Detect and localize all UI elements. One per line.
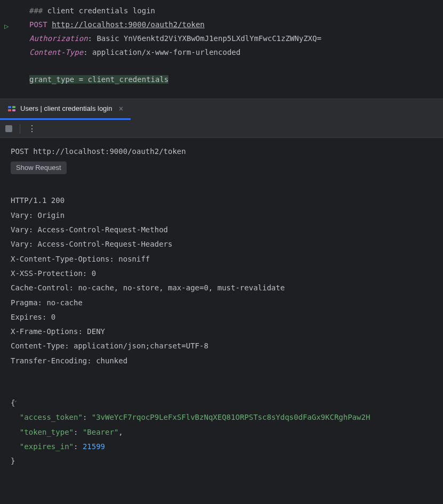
response-header: Expires: 0: [11, 310, 443, 324]
response-header: Vary: Origin: [11, 208, 443, 223]
toolbar-divider: [20, 124, 20, 134]
response-header: X-Frame-Options: DENY: [11, 324, 443, 339]
stop-icon[interactable]: [5, 125, 12, 132]
response-header: Content-Type: application/json;charset=U…: [11, 339, 443, 353]
header-value: : application/x-www-form-urlencoded: [83, 48, 240, 56]
response-request-line: POST http://localhost:9000/oauth2/token: [11, 144, 443, 159]
svg-rect-0: [8, 106, 11, 108]
comment-text: client credentials login: [47, 6, 155, 15]
json-line: "token_type": "Bearer",: [11, 425, 443, 440]
run-request-icon[interactable]: ▷: [4, 20, 29, 32]
svg-rect-3: [12, 109, 15, 111]
response-header: Pragma: no-cache: [11, 296, 443, 310]
fold-icon[interactable]: ⌄: [14, 208, 17, 217]
json-line: "access_token": "3vWeYcF7rqocP9LeFxSFlvB…: [11, 410, 443, 425]
response-status: HTTP/1.1 200: [11, 193, 443, 208]
close-icon[interactable]: ×: [118, 102, 123, 115]
request-url[interactable]: http://localhost:9000/oauth2/token: [52, 20, 205, 29]
header-content-type: Content-Type: [29, 48, 83, 56]
svg-rect-1: [12, 106, 15, 108]
json-close-brace: }: [11, 454, 443, 468]
request-body: grant_type = client_credentials: [29, 75, 168, 84]
tab-active[interactable]: Users | client credentials login ×: [0, 99, 131, 120]
response-header: Vary: Access-Control-Request-Headers: [11, 237, 443, 251]
response-viewer: POST http://localhost:9000/oauth2/token …: [0, 138, 443, 475]
json-open-brace: {: [11, 396, 443, 410]
http-client-icon: [7, 104, 16, 113]
http-request-editor: ▷ ### client credentials login POST http…: [0, 0, 443, 99]
response-header: Transfer-Encoding: chunked: [11, 354, 443, 368]
tab-title: Users | client credentials login: [20, 103, 112, 115]
editor-gutter: ▷: [0, 4, 29, 87]
header-authorization: Authorization: [29, 34, 88, 43]
show-request-button[interactable]: Show Request: [11, 161, 67, 175]
svg-rect-2: [8, 109, 11, 111]
response-header: X-XSS-Protection: 0: [11, 266, 443, 281]
header-value: : Basic YnV6enktd2ViYXBwOmJ1enp5LXdlYmFw…: [88, 34, 321, 43]
http-method: POST: [29, 20, 47, 29]
response-header: Cache-Control: no-cache, no-store, max-a…: [11, 281, 443, 295]
response-header: Vary: Access-Control-Request-Method: [11, 223, 443, 237]
response-header: X-Content-Type-Options: nosniff: [11, 252, 443, 266]
response-tab-bar: Users | client credentials login ×: [0, 99, 443, 120]
editor-content[interactable]: ### client credentials login POST http:/…: [29, 4, 443, 87]
json-line: "expires_in": 21599: [11, 440, 443, 454]
comment-marker: ###: [29, 6, 47, 15]
response-toolbar: ⋮: [0, 120, 443, 138]
fold-icon[interactable]: ⌄: [14, 396, 17, 404]
more-actions-icon[interactable]: ⋮: [28, 122, 36, 136]
